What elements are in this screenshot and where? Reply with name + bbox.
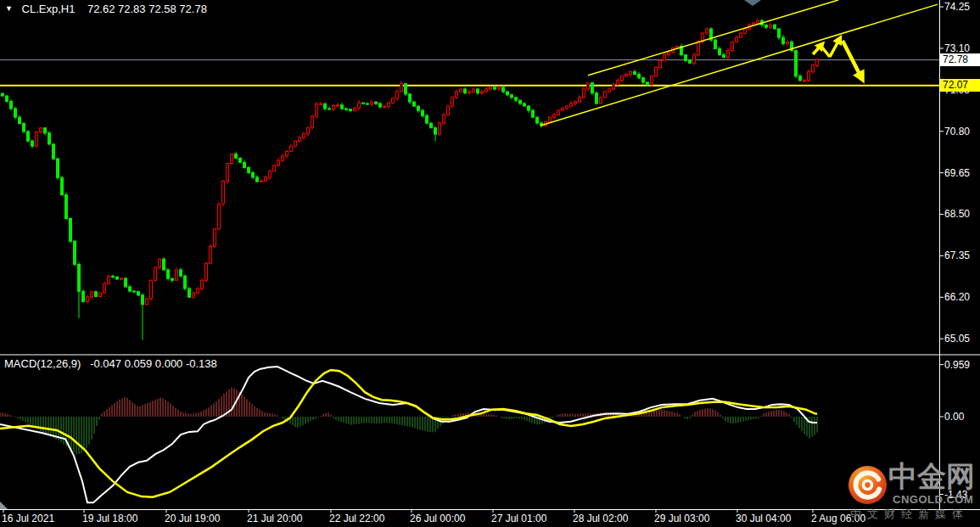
- price-tick-label: 74.25: [944, 1, 970, 13]
- chart-title: ▼ CL.Exp,H1 72.62 72.83 72.58 72.78: [5, 3, 207, 15]
- candlesticks: [2, 19, 819, 340]
- symbol-dropdown-icon: ▼: [5, 4, 13, 13]
- corner-marker-icon: [0, 502, 8, 509]
- price-tick-label: 68.50: [944, 208, 970, 220]
- macd-values: -0.047 0.059 0.000 -0.138: [90, 357, 217, 370]
- macd-histogram: [0, 387, 817, 454]
- time-tick-label: 19 Jul 18:00: [82, 513, 137, 524]
- forecast-arrows[interactable]: [813, 38, 862, 79]
- symbol-period-label: CL.Exp,H1: [22, 3, 76, 15]
- cngold-logo-icon: [848, 465, 888, 505]
- cngold-watermark: 中金网 CNGOLD.COM 中文财经新媒体: [846, 463, 980, 522]
- axis-borders: [0, 0, 980, 513]
- price-tick-label: 69.65: [944, 167, 970, 179]
- time-tick-label: 16 Jul 2021: [2, 513, 54, 524]
- time-tick-label: 26 Jul 00:00: [410, 513, 465, 524]
- time-tick-label: 28 Jul 02:00: [573, 513, 628, 524]
- price-tick-label: 73.10: [944, 42, 970, 54]
- macd-signal-line: [0, 370, 817, 497]
- time-tick-label: 20 Jul 19:00: [165, 513, 220, 524]
- price-tick-label: 67.35: [944, 249, 970, 261]
- trend-channel[interactable]: [540, 0, 938, 126]
- macd-main-line: [0, 367, 817, 502]
- trading-chart-window: ▼ CL.Exp,H1 72.62 72.83 72.58 72.78 MACD…: [0, 0, 980, 527]
- macd-indicator-label: MACD(12,26,9) -0.047 0.059 0.000 -0.138: [4, 357, 217, 370]
- support-price-tag: 72.07: [940, 79, 980, 92]
- time-tick-label: 29 Jul 03:00: [654, 513, 709, 524]
- price-tick-label: 66.20: [944, 291, 970, 303]
- macd-name: MACD(12,26,9): [4, 357, 81, 370]
- brand-tagline: 中文财经新媒体: [850, 507, 969, 522]
- level-lines: [0, 60, 939, 86]
- macd-tick-label: 0.00: [944, 411, 964, 423]
- time-tick-label: 21 Jul 20:00: [247, 513, 302, 524]
- price-tick-label: 65.05: [944, 333, 970, 345]
- price-tick-label: 70.80: [944, 126, 970, 137]
- brand-url: CNGOLD.COM: [893, 493, 973, 506]
- ohlc-values: 72.62 72.83 72.58 72.78: [87, 3, 207, 15]
- chart-canvas[interactable]: [0, 0, 980, 527]
- current-price-tag: 72.78: [940, 53, 980, 66]
- time-tick-label: 30 Jul 04:00: [736, 513, 791, 524]
- time-tick-label: 22 Jul 22:00: [329, 513, 384, 524]
- macd-tick-label: 0.959: [944, 359, 970, 371]
- top-marker-icon: [744, 0, 761, 6]
- time-tick-label: 27 Jul 01:00: [491, 513, 546, 524]
- brand-name-cn: 中金网: [888, 457, 975, 496]
